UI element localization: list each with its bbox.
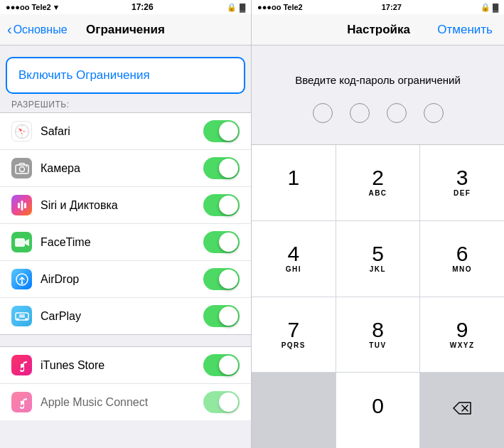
key-5-sub: JKL [370, 265, 386, 274]
facetime-icon [11, 232, 32, 252]
facetime-toggle[interactable] [203, 231, 240, 253]
applemusic-item[interactable]: Apple Music Connect [0, 384, 251, 420]
key-0[interactable]: 0 [336, 373, 420, 448]
airdrop-toggle[interactable] [203, 268, 240, 290]
cancel-button[interactable]: Отменить [437, 23, 493, 37]
facetime-item[interactable]: FaceTime [0, 224, 251, 261]
enable-restrictions-section: Включить Ограничения [6, 57, 245, 94]
svg-rect-10 [21, 201, 23, 210]
key-7-sub: PQRS [282, 341, 306, 350]
siri-label: Siri и Диктовка [41, 199, 203, 212]
itunes-toggle[interactable] [203, 354, 240, 376]
key-3[interactable]: 3 DEF [420, 145, 504, 220]
left-status-right: 🔒 ▓ [227, 3, 245, 12]
right-nav-title: Настройка [347, 23, 410, 37]
svg-rect-12 [15, 238, 25, 247]
safari-icon [11, 121, 32, 142]
safari-label: Safari [41, 125, 203, 138]
carplay-item[interactable]: CarPlay [0, 298, 251, 334]
key-empty [252, 373, 336, 448]
left-nav-bar: ‹ Основные Ограничения [0, 14, 251, 46]
applemusic-toggle[interactable] [203, 391, 240, 413]
camera-toggle[interactable] [203, 157, 240, 179]
key-2-sub: ABC [368, 189, 387, 198]
airdrop-icon [11, 269, 32, 289]
facetime-label: FaceTime [41, 236, 203, 249]
siri-toggle[interactable] [203, 194, 240, 216]
key-0-main: 0 [372, 395, 384, 417]
settings-group: Safari Камера [0, 112, 251, 335]
right-time: 17:27 [382, 3, 402, 11]
safari-toggle[interactable] [203, 120, 240, 142]
svg-point-8 [26, 166, 27, 167]
camera-item[interactable]: Камера [0, 150, 251, 187]
key-3-sub: DEF [454, 189, 471, 198]
key-8-sub: TUV [369, 341, 387, 350]
itunes-item[interactable]: iTunes Store [0, 347, 251, 384]
svg-point-18 [25, 318, 28, 321]
right-status-right: 🔒 ▓ [481, 3, 498, 12]
key-9-sub: WXYZ [450, 341, 475, 350]
itunes-icon [11, 355, 32, 375]
siri-item[interactable]: Siri и Диктовка [0, 187, 251, 224]
carplay-icon [11, 306, 32, 326]
key-4-main: 4 [287, 243, 299, 265]
svg-point-17 [16, 318, 19, 321]
safari-item[interactable]: Safari [0, 113, 251, 150]
carplay-label: CarPlay [41, 310, 203, 323]
key-8-main: 8 [372, 319, 384, 341]
back-button[interactable]: ‹ Основные [7, 21, 68, 38]
left-settings-content: Включить Ограничения РАЗРЕШИТЬ: Safari [0, 46, 251, 448]
siri-icon [11, 195, 32, 215]
applemusic-icon [11, 392, 32, 412]
dot-2 [350, 103, 370, 123]
dot-1 [313, 103, 333, 123]
key-2[interactable]: 2 ABC [336, 145, 420, 220]
key-1-main: 1 [287, 167, 299, 188]
key-8[interactable]: 8 TUV [336, 297, 420, 373]
svg-marker-13 [25, 239, 29, 246]
dot-4 [424, 103, 444, 123]
passcode-prompt: Введите код-пароль ограничений [295, 74, 461, 86]
passcode-area: Введите код-пароль ограничений 1 2 ABC 3… [252, 46, 504, 448]
key-6-sub: MNO [452, 265, 472, 274]
key-4-sub: GHI [286, 265, 301, 274]
applemusic-label: Apple Music Connect [41, 396, 203, 409]
carplay-toggle[interactable] [203, 305, 240, 327]
svg-rect-9 [18, 203, 20, 208]
passcode-dots [313, 103, 444, 123]
key-3-main: 3 [456, 167, 468, 188]
right-carrier: ●●●oo Tele2 [257, 3, 303, 11]
key-6-main: 6 [456, 243, 468, 265]
key-9[interactable]: 9 WXYZ [420, 297, 504, 373]
airdrop-item[interactable]: AirDrop [0, 261, 251, 298]
key-1[interactable]: 1 [252, 145, 336, 220]
left-status-left: ●●●oo Tele2 ▾ [6, 3, 58, 12]
left-time: 17:26 [132, 2, 154, 12]
allow-section-label: РАЗРЕШИТЬ: [0, 94, 251, 112]
camera-label: Камера [41, 162, 203, 175]
key-4[interactable]: 4 GHI [252, 221, 336, 297]
delete-icon [452, 401, 472, 420]
right-lock-icon: 🔒 [481, 3, 490, 11]
left-carrier: ●●●oo Tele2 [6, 3, 51, 11]
right-panel: ●●●oo Tele2 17:27 🔒 ▓ Настройка Отменить… [252, 0, 504, 448]
right-nav-bar: Настройка Отменить [252, 14, 504, 46]
section-divider [0, 335, 251, 346]
left-lock-icon: 🔒 [227, 3, 237, 12]
key-9-main: 9 [456, 319, 468, 341]
svg-point-7 [19, 166, 24, 171]
svg-rect-19 [19, 314, 25, 318]
key-6[interactable]: 6 MNO [420, 221, 504, 297]
key-5[interactable]: 5 JKL [336, 221, 420, 297]
key-7[interactable]: 7 PQRS [252, 297, 336, 373]
left-status-bar: ●●●oo Tele2 ▾ 17:26 🔒 ▓ [0, 0, 251, 14]
enable-restrictions-button[interactable]: Включить Ограничения [6, 57, 245, 94]
left-battery-icon: ▓ [240, 3, 245, 11]
left-panel: ●●●oo Tele2 ▾ 17:26 🔒 ▓ ‹ Основные Огран… [0, 0, 252, 448]
key-2-main: 2 [372, 167, 384, 188]
left-wifi-icon: ▾ [54, 3, 58, 12]
delete-button[interactable] [420, 373, 504, 448]
airdrop-label: AirDrop [41, 273, 203, 286]
key-5-main: 5 [372, 243, 384, 265]
